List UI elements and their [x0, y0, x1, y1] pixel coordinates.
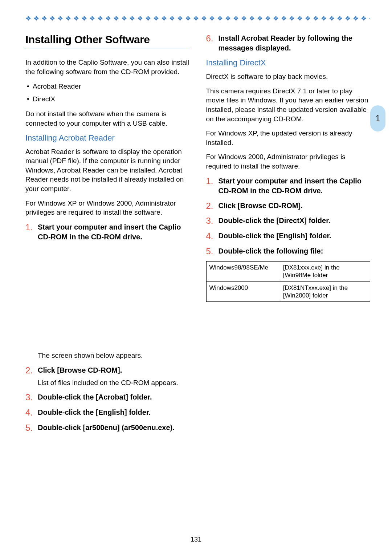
step-text: Click [Browse CD-ROM].	[219, 201, 371, 211]
step-item: 4. Double-click the [English] folder.	[206, 231, 371, 241]
table-cell-os: Windows2000	[206, 281, 280, 302]
table-cell-file: [DX81NTxxx.exe] in the [Win2000] folder	[280, 281, 370, 302]
warning-paragraph: Do not install the software when the cam…	[25, 109, 190, 128]
step-item: 4. Double-click the [English] folder.	[25, 408, 190, 418]
intro-paragraph: In addition to the Caplio Software, you …	[25, 58, 190, 76]
section-heading-acrobat: Installing Acrobat Reader	[25, 133, 190, 143]
step-subtext: The screen shown below appears.	[38, 351, 190, 360]
step-subtext: List of files included on the CD-ROM app…	[38, 378, 190, 388]
step-title: Start your computer and insert the Capli…	[38, 223, 181, 241]
step-text: Double-click the following file:	[219, 246, 371, 256]
step-text: Install Acrobat Reader by following the …	[219, 33, 371, 53]
step-number: 4.	[25, 408, 38, 418]
step-item: 2. Click [Browse CD-ROM].	[206, 201, 371, 211]
step-title: Click [Browse CD-ROM].	[38, 366, 122, 374]
step-number: 5.	[25, 423, 38, 433]
body-text: This camera requires DirectX 7.1 or late…	[206, 86, 371, 124]
directx-file-table: Windows98/98SE/Me [DX81xxx.exe] in the […	[206, 261, 371, 302]
step-text: Double-click the [English] folder.	[38, 408, 190, 418]
table-cell-os: Windows98/98SE/Me	[206, 262, 280, 282]
step-number: 2.	[25, 365, 38, 388]
step-number: 1.	[25, 222, 38, 360]
body-text: For Windows XP or Windows 2000, Administ…	[25, 199, 190, 217]
step-text: Double-click the [English] folder.	[219, 231, 371, 241]
body-text: For Windows 2000, Administrator privileg…	[206, 152, 371, 171]
list-item: DirectX	[27, 94, 190, 105]
step-text: Double-click the [DirectX] folder.	[219, 216, 371, 226]
step-item: 3. Double-click the [DirectX] folder.	[206, 216, 371, 226]
step-item: 2. Click [Browse CD-ROM]. List of files …	[25, 365, 190, 388]
step-item: 5. Double-click the following file:	[206, 246, 371, 256]
step-text: Start your computer and insert the Capli…	[38, 222, 190, 360]
page-title: Installing Other Software	[25, 33, 190, 49]
step-text: Start your computer and insert the Capli…	[219, 176, 371, 196]
step-number: 3.	[206, 216, 219, 226]
software-list: Acrobat Reader DirectX	[25, 81, 190, 104]
right-column: 6. Install Acrobat Reader by following t…	[206, 33, 371, 438]
step-text: Double-click the [Acrobat] folder.	[38, 392, 190, 402]
step-item: 3. Double-click the [Acrobat] folder.	[25, 392, 190, 402]
step-text: Double-click [ar500enu] (ar500enu.exe).	[38, 423, 190, 433]
step-number: 5.	[206, 246, 219, 256]
page-number: 131	[0, 536, 392, 543]
step-number: 4.	[206, 231, 219, 241]
step-number: 1.	[206, 176, 219, 196]
body-text: DirectX is software to play back movies.	[206, 72, 371, 81]
step-number: 2.	[206, 201, 219, 211]
two-column-layout: Installing Other Software In addition to…	[25, 33, 370, 438]
left-column: Installing Other Software In addition to…	[25, 33, 190, 438]
step-item: 6. Install Acrobat Reader by following t…	[206, 33, 371, 53]
body-text: Acrobat Reader is software to display th…	[25, 147, 190, 194]
table-row: Windows2000 [DX81NTxxx.exe] in the [Win2…	[206, 281, 370, 302]
step-number: 3.	[25, 392, 38, 402]
decor-border: ❖ ❖ ❖ ❖ ❖ ❖ ❖ ❖ ❖ ❖ ❖ ❖ ❖ ❖ ❖ ❖ ❖ ❖ ❖ ❖ …	[25, 15, 370, 23]
table-row: Windows98/98SE/Me [DX81xxx.exe] in the […	[206, 262, 370, 282]
step-text: Click [Browse CD-ROM]. List of files inc…	[38, 365, 190, 388]
manual-page: ❖ ❖ ❖ ❖ ❖ ❖ ❖ ❖ ❖ ❖ ❖ ❖ ❖ ❖ ❖ ❖ ❖ ❖ ❖ ❖ …	[0, 0, 392, 452]
body-text: For Windows XP, the updated version is a…	[206, 129, 371, 147]
step-item: 1. Start your computer and insert the Ca…	[25, 222, 190, 360]
step-item: 1. Start your computer and insert the Ca…	[206, 176, 371, 196]
step-item: 5. Double-click [ar500enu] (ar500enu.exe…	[25, 423, 190, 433]
list-item: Acrobat Reader	[27, 81, 190, 92]
step-number: 6.	[206, 33, 219, 53]
table-cell-file: [DX81xxx.exe] in the [Win98Me folder	[280, 262, 370, 282]
chapter-tab: 1	[370, 105, 385, 131]
section-heading-directx: Installing DirectX	[206, 58, 371, 68]
